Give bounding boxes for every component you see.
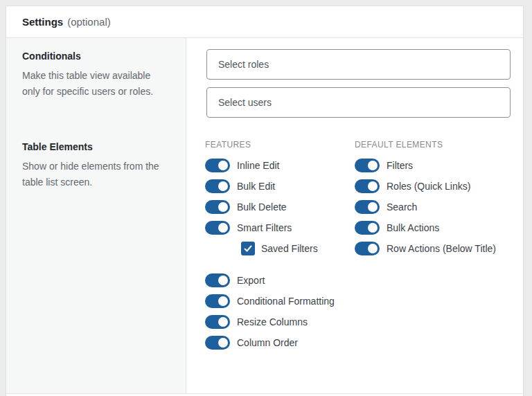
features-column: FEATURES Inline Edit Bulk Edit Bulk Dele… [205,140,355,393]
toggle-row-resize-columns: Resize Columns [205,315,355,329]
export-toggle[interactable] [205,273,230,287]
saved-filters-row: Saved Filters [241,242,355,255]
default-elements-heading: DEFAULT ELEMENTS [355,140,516,150]
conditionals-row: Conditionals Make this table view availa… [6,38,523,129]
toggle-row-inline-edit: Inline Edit [205,159,355,172]
roles-quick-links-toggle[interactable] [355,179,380,193]
check-icon [244,245,252,252]
resize-columns-toggle[interactable] [205,315,230,329]
toggle-row-smart-filters: Smart Filters [205,221,355,235]
resize-columns-label: Resize Columns [237,316,308,327]
conditional-formatting-label: Conditional Formatting [237,296,335,307]
row-actions-toggle[interactable] [355,242,380,255]
column-order-toggle[interactable] [205,336,230,350]
filters-label: Filters [387,160,413,171]
conditionals-description: Make this table view available only for … [22,68,169,100]
smart-filters-toggle[interactable] [205,221,230,235]
toggle-row-conditional-formatting: Conditional Formatting [205,294,355,308]
toggle-row-search: Search [355,200,516,214]
select-roles-placeholder: Select roles [218,59,269,70]
table-elements-title: Table Elements [22,141,169,152]
toggle-row-roles-quick-links: Roles (Quick Links) [355,179,516,193]
features-heading: FEATURES [205,140,355,150]
page-title-suffix: (optional) [67,16,111,28]
select-users-input[interactable]: Select users [206,87,511,118]
inline-edit-label: Inline Edit [237,160,279,171]
roles-quick-links-label: Roles (Quick Links) [387,181,470,192]
toggle-row-bulk-edit: Bulk Edit [205,179,355,193]
toggle-row-row-actions: Row Actions (Below Title) [355,242,516,255]
bulk-actions-toggle[interactable] [355,221,380,235]
search-label: Search [387,201,417,213]
toggle-row-column-order: Column Order [205,336,355,350]
bulk-delete-label: Bulk Delete [237,201,287,213]
inline-edit-toggle[interactable] [205,159,230,172]
select-users-placeholder: Select users [218,97,272,108]
conditionals-content: Select roles Select users [186,38,523,129]
toggle-row-bulk-delete: Bulk Delete [205,200,355,214]
filters-toggle[interactable] [355,159,380,172]
table-elements-content: FEATURES Inline Edit Bulk Edit Bulk Dele… [186,129,523,393]
table-elements-description: Show or hide elements from the table lis… [22,159,169,190]
toggle-row-bulk-actions: Bulk Actions [355,221,516,235]
conditional-formatting-toggle[interactable] [205,294,230,308]
settings-panel: Settings (optional) Conditionals Make th… [6,6,524,396]
saved-filters-checkbox[interactable] [241,242,255,255]
conditionals-title: Conditionals [22,51,169,62]
bulk-delete-toggle[interactable] [205,200,230,214]
row-actions-label: Row Actions (Below Title) [387,243,496,254]
table-elements-label-column: Table Elements Show or hide elements fro… [6,129,186,393]
conditionals-label-column: Conditionals Make this table view availa… [6,38,186,129]
toggle-row-export: Export [205,273,355,287]
page-title: Settings [22,16,63,28]
column-order-label: Column Order [237,337,298,348]
select-roles-input[interactable]: Select roles [206,49,511,80]
bulk-edit-toggle[interactable] [205,179,230,193]
panel-header: Settings (optional) [6,6,523,38]
smart-filters-label: Smart Filters [237,222,292,233]
bulk-actions-label: Bulk Actions [387,222,439,233]
default-elements-column: DEFAULT ELEMENTS Filters Roles (Quick Li… [355,140,516,393]
toggle-row-filters: Filters [355,159,516,172]
table-elements-row: Table Elements Show or hide elements fro… [6,129,523,394]
search-toggle[interactable] [355,200,380,214]
export-label: Export [237,275,265,286]
bulk-edit-label: Bulk Edit [237,181,275,192]
saved-filters-label: Saved Filters [261,243,318,254]
